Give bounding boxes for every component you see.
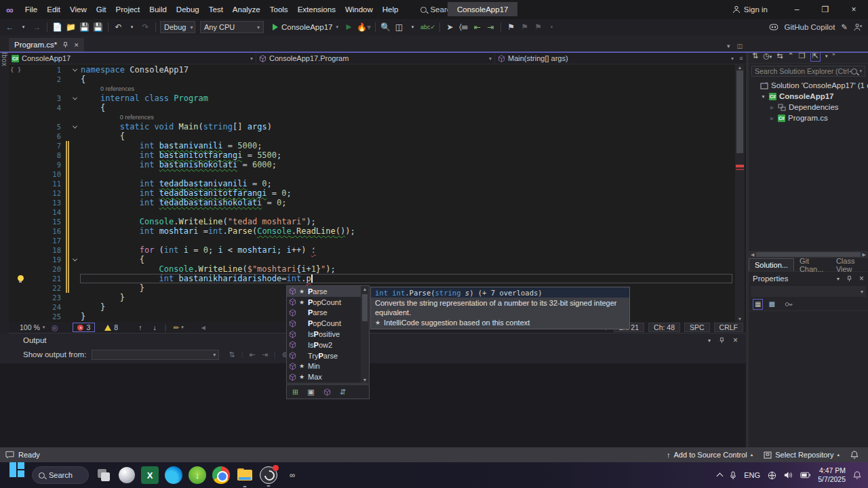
menu-view[interactable]: View: [65, 3, 92, 16]
solution-configuration-dropdown[interactable]: Debug▾: [160, 21, 195, 33]
intellisense-scrollbar[interactable]: ▲ ▼: [361, 286, 369, 383]
taskbar-app-start[interactable]: [8, 466, 26, 484]
split-window-handle[interactable]: ≡: [736, 53, 746, 64]
feedback-icon[interactable]: [5, 451, 14, 459]
scroll-up-icon[interactable]: ▲: [735, 65, 745, 70]
notification-bell-icon[interactable]: [853, 471, 861, 480]
tab-solution-explorer[interactable]: Solution...: [749, 258, 794, 271]
scroll-down-icon[interactable]: ▼: [735, 317, 745, 321]
navigate-forward-icon[interactable]: →: [31, 21, 43, 33]
scroll-down-icon[interactable]: ▼: [361, 378, 369, 382]
start-debugging-button[interactable]: ConsoleApp17 ▾: [270, 23, 341, 31]
menu-tools[interactable]: Tools: [265, 3, 293, 16]
menu-window[interactable]: Window: [340, 3, 378, 16]
menu-build[interactable]: Build: [144, 3, 172, 16]
column-indicator[interactable]: Ch: 48: [648, 323, 680, 332]
notifications-bell-icon[interactable]: [850, 451, 859, 460]
undo-dropdown-icon[interactable]: ▾: [126, 21, 138, 33]
toolbar-dropdown-icon[interactable]: ▾: [825, 54, 828, 59]
sign-in-button[interactable]: Sign in: [732, 5, 768, 14]
completion-item-popcount[interactable]: ★PopCount: [287, 297, 361, 308]
close-button[interactable]: ×: [840, 0, 868, 19]
warning-filter-button[interactable]: 8: [104, 323, 118, 331]
zoom-dropdown-icon[interactable]: ▾: [43, 325, 45, 330]
close-panel-icon[interactable]: ×: [733, 336, 738, 345]
code-editor[interactable]: { } 1namespace ConsoleApp172{0 reference…: [9, 64, 746, 322]
encoding-indicator[interactable]: SPC: [684, 323, 710, 332]
expanded-arrow-icon[interactable]: ▾: [760, 94, 766, 100]
menu-analyze[interactable]: Analyze: [228, 3, 265, 16]
fold-collapse-icon[interactable]: [72, 66, 77, 71]
tree-item-dependencies[interactable]: ▹Dependencies: [749, 102, 868, 113]
prev-bookmark-icon[interactable]: ⚑: [519, 21, 530, 33]
battery-icon[interactable]: [800, 472, 810, 479]
tab-program-cs[interactable]: Program.cs* ×: [9, 38, 84, 52]
completion-item-ispow2[interactable]: IsPow2: [287, 340, 361, 350]
taskbar-search[interactable]: Search: [32, 466, 89, 484]
pin-icon[interactable]: [719, 337, 725, 344]
undo-icon[interactable]: ↶: [113, 21, 124, 33]
next-issue-icon[interactable]: ↓: [153, 323, 156, 331]
hscroll-right-icon[interactable]: ▶: [863, 252, 866, 258]
save-icon[interactable]: 💾: [79, 21, 90, 33]
copilot-edit-icon[interactable]: ✎: [841, 22, 848, 32]
open-file-icon[interactable]: 📁: [65, 21, 77, 33]
tree-item-programcs[interactable]: ▹C#Program.cs: [749, 113, 868, 123]
save-all-icon[interactable]: 💾: [92, 21, 104, 33]
select-repository-button[interactable]: Select Repository ▴: [764, 451, 840, 459]
language-indicator[interactable]: ENG: [744, 471, 760, 479]
error-filter-button[interactable]: × 3: [73, 323, 95, 332]
completion-item-ispositive[interactable]: IsPositive: [287, 329, 361, 340]
menu-project[interactable]: Project: [111, 3, 144, 16]
menu-edit[interactable]: Edit: [42, 3, 65, 16]
breadcrumb-type[interactable]: ConsoleApp17.Program ▾: [256, 53, 495, 64]
next-bookmark-icon[interactable]: ⚑: [532, 21, 544, 33]
fold-collapse-icon[interactable]: [72, 123, 77, 128]
person-remove-icon[interactable]: [854, 23, 863, 31]
codelens-references[interactable]: 0 references: [81, 85, 134, 92]
collapsed-arrow-icon[interactable]: ▹: [769, 115, 775, 121]
editor-vertical-scrollbar[interactable]: ▲ ▼: [735, 64, 745, 322]
hscroll-left-icon[interactable]: ◀: [751, 252, 754, 258]
toolbar-overflow-icon[interactable]: ▾: [546, 21, 557, 33]
redo-icon[interactable]: ↷: [140, 21, 151, 33]
taskbar-app-idm[interactable]: ↓: [189, 466, 206, 484]
fold-collapse-icon[interactable]: [72, 256, 77, 261]
breadcrumb-project[interactable]: C# ConsoleApp17 ▾: [9, 53, 256, 64]
completion-item-parse[interactable]: Parse: [287, 308, 361, 319]
output-content[interactable]: [0, 363, 746, 447]
taskbar-app-chrome[interactable]: [212, 466, 230, 484]
taskbar-app-explorer[interactable]: [236, 466, 254, 484]
collapsed-arrow-icon[interactable]: ▹: [769, 104, 775, 110]
breadcrumb-member[interactable]: Main(string[] args) ▾: [495, 53, 736, 64]
tree-item-solution[interactable]: Solution 'ConsoleApp17' (1 of 1: [749, 80, 868, 91]
taskbar-app-edge[interactable]: [165, 466, 182, 484]
maximize-button[interactable]: ❐: [811, 0, 840, 19]
toolbox-strip[interactable]: Toolbox: [0, 35, 9, 333]
hscroll-left-icon[interactable]: ◀: [201, 325, 205, 331]
doc-well-dropdown-icon[interactable]: ▾: [727, 43, 730, 49]
goto-message-icon[interactable]: ⇅: [229, 350, 235, 359]
key-icon[interactable]: [785, 300, 793, 308]
add-to-source-control-button[interactable]: ↑ Add to Source Control ▴: [667, 451, 753, 459]
menu-debug[interactable]: Debug: [172, 3, 204, 16]
expand-results-icon[interactable]: ⊞: [292, 388, 298, 396]
pin-icon[interactable]: [62, 41, 68, 48]
taskbar-app-obs[interactable]: [260, 466, 277, 484]
find-in-files-icon[interactable]: 🔍: [380, 21, 391, 33]
code-cleanup-icon[interactable]: ✏: [173, 323, 179, 331]
completion-item-popcount[interactable]: PopCount: [287, 318, 361, 329]
menu-help[interactable]: Help: [378, 3, 403, 16]
taskbar-app-excel[interactable]: X: [141, 466, 159, 484]
panel-dropdown-icon[interactable]: ▾: [708, 338, 711, 344]
scrollbar-thumb[interactable]: [736, 70, 743, 153]
completion-item-max[interactable]: ★Max: [287, 371, 361, 382]
quick-action-lightbulb-icon[interactable]: [18, 275, 24, 283]
fold-collapse-icon[interactable]: [72, 95, 77, 100]
properties-object-dropdown[interactable]: ▾: [751, 286, 866, 297]
alphabetical-view-icon[interactable]: ▩: [768, 300, 774, 308]
hidden-icons-chevron[interactable]: [717, 473, 724, 480]
close-panel-icon[interactable]: ×: [859, 274, 864, 283]
microphone-icon[interactable]: [730, 471, 736, 480]
tab-class-view[interactable]: Class View: [831, 258, 868, 271]
